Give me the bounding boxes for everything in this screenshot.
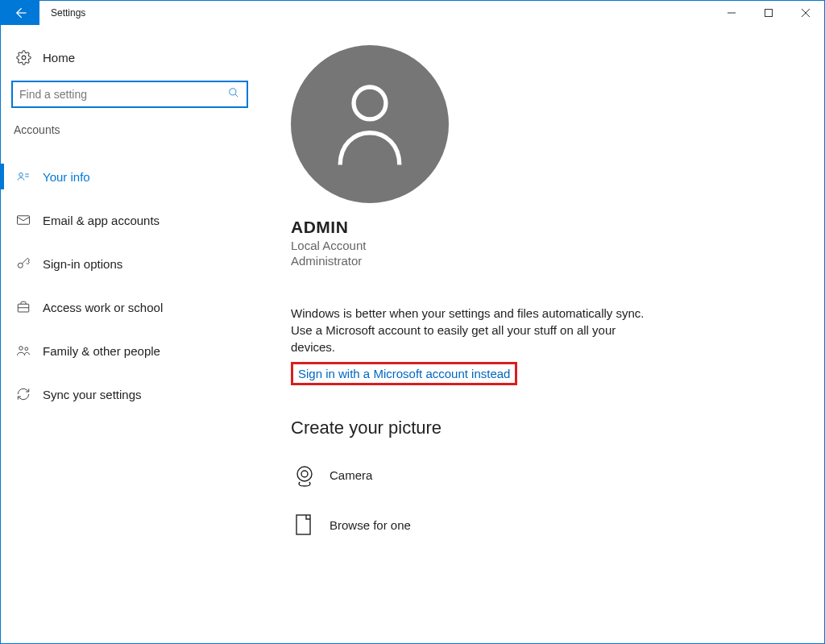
svg-point-16 (25, 347, 28, 351)
camera-icon (291, 461, 318, 488)
sync-icon (15, 386, 31, 402)
window-title: Settings (39, 1, 713, 25)
nav-access-work-school[interactable]: Access work or school (1, 289, 259, 325)
svg-point-19 (301, 471, 308, 477)
svg-point-5 (22, 56, 26, 60)
back-button[interactable] (1, 1, 39, 25)
minimize-icon (728, 9, 736, 17)
nav-family-people[interactable]: Family & other people (1, 333, 259, 368)
nav-item-label: Email & app accounts (43, 214, 160, 227)
nav-item-label: Your info (43, 170, 90, 184)
svg-point-17 (354, 87, 386, 119)
search-input[interactable] (12, 81, 247, 107)
camera-label: Camera (330, 468, 372, 482)
account-type: Local Account (291, 239, 792, 252)
avatar (291, 45, 449, 203)
nav-item-label: Sync your settings (43, 388, 142, 401)
home-label: Home (43, 51, 75, 64)
nav-email-accounts[interactable]: Email & app accounts (1, 202, 259, 238)
minimize-button[interactable] (713, 1, 750, 25)
close-icon (802, 9, 810, 17)
home-button[interactable]: Home (1, 43, 259, 72)
svg-point-15 (19, 347, 23, 351)
browse-button[interactable]: Browse for one (291, 511, 792, 538)
svg-point-12 (18, 263, 23, 268)
maximize-button[interactable] (750, 1, 787, 25)
nav: Your info Email & app accounts Sign-in o… (1, 159, 259, 412)
svg-rect-11 (18, 216, 30, 225)
svg-point-18 (297, 467, 312, 481)
arrow-left-icon (12, 5, 28, 21)
gear-icon (15, 49, 31, 65)
key-icon (15, 256, 31, 272)
profile-card-icon (15, 168, 31, 185)
mail-icon (15, 212, 31, 228)
nav-sync-settings[interactable]: Sync your settings (1, 376, 259, 412)
title-bar: Settings (1, 1, 824, 25)
svg-point-8 (19, 173, 23, 177)
main-content: ADMIN Local Account Administrator Window… (259, 25, 824, 643)
briefcase-icon (15, 299, 31, 315)
close-button[interactable] (787, 1, 824, 25)
nav-signin-options[interactable]: Sign-in options (1, 246, 259, 281)
maximize-icon (765, 9, 773, 17)
create-picture-heading: Create your picture (291, 418, 792, 438)
browse-label: Browse for one (330, 518, 411, 532)
window-controls (713, 1, 824, 25)
nav-item-label: Family & other people (43, 344, 160, 358)
account-role: Administrator (291, 254, 792, 268)
user-icon (333, 81, 407, 168)
sidebar: Home Accounts Your info Email & app acco… (1, 25, 259, 643)
svg-rect-2 (765, 10, 773, 17)
camera-button[interactable]: Camera (291, 461, 792, 488)
sync-description: Windows is better when your settings and… (291, 305, 661, 355)
section-label: Accounts (1, 123, 259, 143)
sign-in-microsoft-link[interactable]: Sign in with a Microsoft account instead (291, 362, 517, 385)
svg-rect-20 (296, 515, 310, 534)
nav-item-label: Access work or school (43, 301, 163, 314)
search-container (12, 81, 247, 107)
username: ADMIN (291, 218, 792, 237)
nav-item-label: Sign-in options (43, 257, 122, 271)
nav-your-info[interactable]: Your info (1, 159, 259, 194)
browse-icon (291, 511, 318, 538)
people-icon (15, 343, 31, 359)
